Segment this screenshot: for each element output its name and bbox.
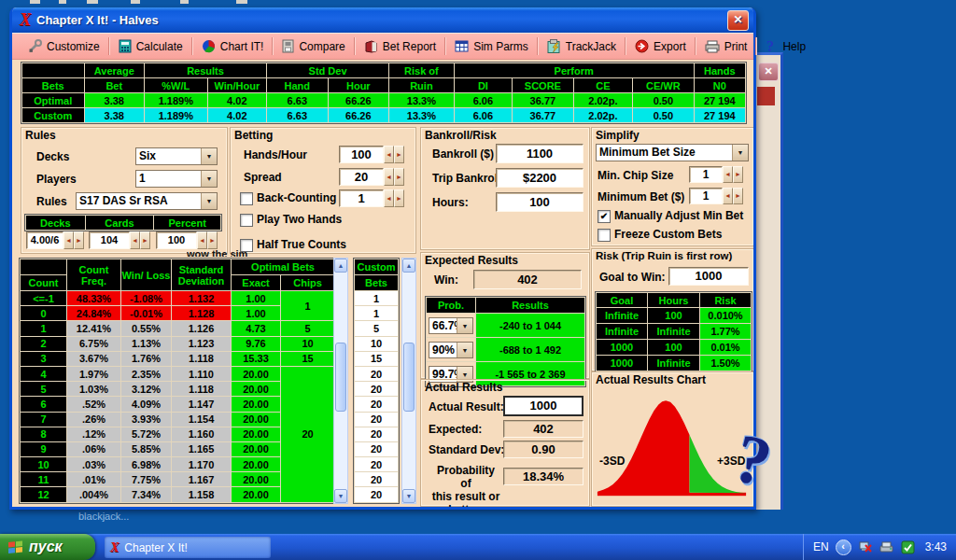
custom-bet-cell[interactable]: 15 [355,352,398,366]
spin-left-icon[interactable]: ◄ [723,166,733,183]
std-dev-cell: 1.123 [172,337,231,351]
toolbar-button-help[interactable]: ?Help [757,34,814,59]
hands-hour-spinner[interactable]: ◄► [384,146,404,163]
custom-bet-cell[interactable]: 5 [355,321,398,335]
toolbar-button-calculate[interactable]: Calculate [110,34,191,59]
custom-bet-cell[interactable]: 1 [355,291,398,305]
desktop-icon-label[interactable]: blackjack... [78,511,129,522]
scrollbar-thumb[interactable] [335,343,346,412]
network-disconnected-icon[interactable] [858,540,873,553]
toolbar-button-chart-it-[interactable]: Chart IT! [193,34,273,59]
spin-right-icon[interactable]: ► [394,146,404,163]
decks-dropdown[interactable]: Six ▼ [135,147,218,165]
toolbar-button-trackjack[interactable]: TrackJack [539,34,625,59]
hide-icons-chevron-icon[interactable]: ‹ [836,539,851,555]
minimum-bet-spinner[interactable]: ◄► [723,188,743,204]
scroll-up-icon[interactable]: ▲ [334,259,347,273]
spin-left-icon[interactable]: ◄ [384,168,394,186]
scroll-up-icon[interactable]: ▲ [402,259,415,273]
custom-bet-cell[interactable]: 1 [355,306,398,320]
goal-to-win-field[interactable]: 1000 [668,267,749,286]
taskbar-item-chapter-x-it[interactable]: X Chapter X It! [105,537,271,558]
min-chip-size-spinner[interactable]: ◄► [723,166,743,183]
custom-bet-cell[interactable]: 20 [355,367,398,381]
manually-adjust-checkbox[interactable]: ✔ [598,210,611,223]
rules-dropdown[interactable]: S17 DAS Sr RSA ▼ [76,192,218,210]
chevron-down-icon[interactable]: ▼ [201,193,217,209]
hands-hour-field[interactable]: 100 [339,146,384,163]
back-counting-spinner[interactable]: ◄► [384,189,404,207]
spin-left-icon[interactable]: ◄ [197,231,207,249]
spread-field[interactable]: 20 [339,168,384,186]
toolbar-button-customize[interactable]: Customize [20,34,108,59]
custom-bet-cell[interactable]: 20 [355,457,398,471]
back-counting-checkbox[interactable] [240,192,253,205]
optimal-bets-scrollbar[interactable]: ▲ ▼ [333,258,348,504]
custom-bet-cell[interactable]: 20 [355,397,398,411]
decks-spinner[interactable]: ◄► [63,231,84,249]
hours-field[interactable]: 100 [496,192,583,212]
probability-dropdown[interactable]: 66.7%▼ [429,317,473,334]
toolbar-button-sim-parms[interactable]: Sim Parms [446,34,537,59]
spin-left-icon[interactable]: ◄ [384,189,394,207]
custom-bets-scrollbar[interactable]: ▲ ▼ [401,258,416,504]
device-icon[interactable] [879,541,894,553]
spread-spinner[interactable]: ◄► [384,168,404,186]
language-indicator[interactable]: EN [813,540,829,553]
background-close-button[interactable]: ✕ [758,63,779,81]
chevron-down-icon[interactable]: ▼ [457,343,472,357]
spin-left-icon[interactable]: ◄ [723,188,733,204]
clock[interactable]: 3:43 [925,540,947,553]
spin-right-icon[interactable]: ► [394,168,404,186]
results-row[interactable]: Custom3.381.189%4.026.6366.2613.3%6.0636… [22,108,745,122]
cards-field[interactable]: 104 [89,231,130,249]
spin-left-icon[interactable]: ◄ [63,231,74,249]
back-counting-field[interactable]: 1 [339,189,384,207]
freeze-custom-bets-checkbox[interactable] [598,229,611,242]
toolbar-button-bet-report[interactable]: Bet Report [356,34,444,59]
min-chip-size-field[interactable]: 1 [689,166,723,183]
toolbar-button-compare[interactable]: Compare [274,34,353,59]
spin-right-icon[interactable]: ► [207,231,218,249]
custom-bet-cell[interactable]: 10 [355,337,398,351]
toolbar-button-print[interactable]: Print [696,34,756,59]
trip-bankroll-field[interactable]: $2200 [496,168,583,188]
custom-bet-cell[interactable]: 20 [355,442,398,456]
chevron-down-icon[interactable]: ▼ [457,318,472,333]
cards-spinner[interactable]: ◄► [130,231,150,249]
toolbar-button-export[interactable]: Export [626,34,695,59]
custom-bet-cell[interactable]: 20 [355,413,398,427]
play-two-hands-checkbox[interactable] [240,214,253,227]
decks-remaining-field[interactable]: 4.00/6 [26,231,63,249]
spin-right-icon[interactable]: ► [394,189,404,207]
bankroll-field[interactable]: 1100 [496,144,583,163]
spin-left-icon[interactable]: ◄ [384,146,394,163]
close-button[interactable]: ✕ [727,10,749,31]
actual-result-field[interactable]: 1000 [503,396,583,416]
title-bar[interactable]: X Chapter X It! - Halves ✕ [12,7,753,33]
custom-bet-cell[interactable]: 20 [355,472,398,486]
simplify-mode-dropdown[interactable]: Minimum Bet Size ▼ [596,144,749,161]
chevron-down-icon[interactable]: ▼ [732,145,748,161]
percent-field[interactable]: 100 [156,231,197,249]
spin-right-icon[interactable]: ► [733,188,743,204]
players-dropdown[interactable]: 1 ▼ [135,170,218,188]
scroll-down-icon[interactable]: ▼ [334,489,347,503]
scrollbar-thumb[interactable] [403,343,415,412]
minimum-bet-field[interactable]: 1 [689,188,723,204]
percent-spinner[interactable]: ◄► [197,231,218,249]
results-row[interactable]: Optimal3.381.189%4.026.6366.2613.3%6.063… [22,93,745,107]
custom-bet-cell[interactable]: 20 [355,487,398,501]
chevron-down-icon[interactable]: ▼ [201,148,217,164]
spin-left-icon[interactable]: ◄ [130,231,140,249]
probability-dropdown[interactable]: 90%▼ [429,342,473,358]
security-check-icon[interactable] [901,540,915,554]
scroll-down-icon[interactable]: ▼ [402,489,415,503]
custom-bet-cell[interactable]: 20 [355,427,398,441]
start-button[interactable]: пуск [0,534,95,560]
chevron-down-icon[interactable]: ▼ [201,171,217,187]
spin-right-icon[interactable]: ► [140,231,150,249]
spin-right-icon[interactable]: ► [74,231,84,249]
spin-right-icon[interactable]: ► [733,166,743,183]
custom-bet-cell[interactable]: 20 [355,382,398,396]
